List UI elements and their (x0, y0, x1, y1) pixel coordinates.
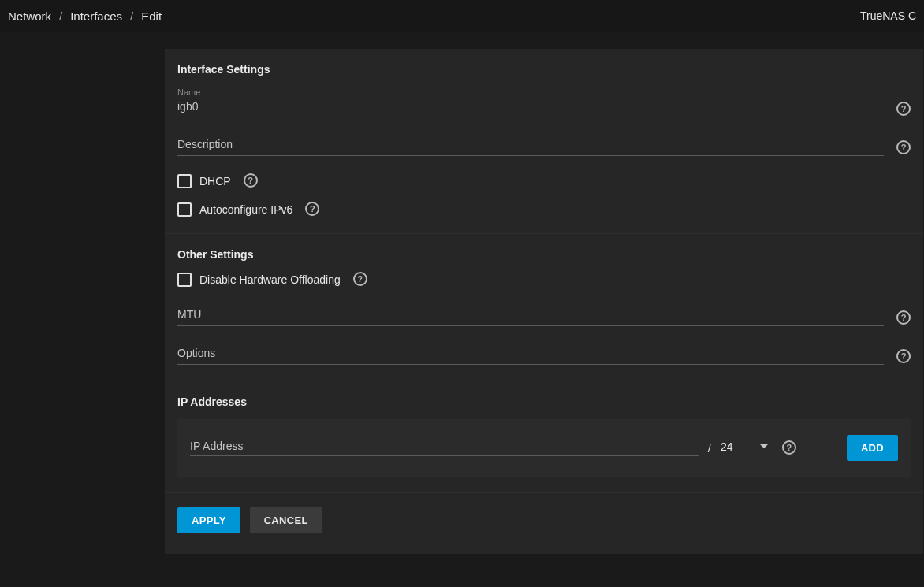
help-icon[interactable]: ? (896, 102, 911, 116)
section-heading: IP Addresses (177, 396, 911, 408)
dhcp-checkbox[interactable] (177, 174, 192, 188)
form-actions: APPLY CANCEL (165, 493, 923, 554)
autoconfigure-ipv6-checkbox[interactable] (177, 202, 192, 217)
mtu-field[interactable]: MTU (177, 305, 884, 326)
add-ip-button[interactable]: ADD (847, 435, 898, 461)
options-label: Options (177, 344, 884, 362)
help-icon[interactable]: ? (782, 440, 796, 455)
description-label: Description (177, 135, 884, 154)
options-field[interactable]: Options (177, 344, 884, 365)
breadcrumb-network[interactable]: Network (8, 9, 51, 23)
breadcrumb-separator: / (125, 9, 138, 23)
ip-address-placeholder: IP Address (190, 440, 243, 452)
help-icon[interactable]: ? (353, 272, 367, 286)
help-icon[interactable]: ? (896, 310, 911, 325)
description-field[interactable]: Description (177, 135, 884, 156)
breadcrumb-interfaces[interactable]: Interfaces (70, 9, 122, 23)
edit-interface-card: Interface Settings Name igb0 ? Descripti… (165, 49, 923, 554)
ip-prefix-select[interactable]: 24 (721, 440, 768, 456)
section-heading: Interface Settings (177, 63, 911, 76)
breadcrumb: Network / Interfaces / Edit (8, 9, 162, 23)
breadcrumb-separator: / (54, 9, 67, 23)
autoconfigure-ipv6-label: Autoconfigure IPv6 (199, 203, 292, 216)
help-icon[interactable]: ? (896, 140, 911, 154)
ip-address-field[interactable]: IP Address (190, 440, 699, 456)
help-icon[interactable]: ? (244, 173, 258, 188)
section-other-settings: Other Settings Disable Hardware Offloadi… (165, 234, 923, 381)
brand-label: TrueNAS C (860, 9, 916, 22)
disable-hw-offloading-checkbox[interactable] (177, 273, 192, 287)
name-label: Name (177, 87, 884, 98)
ip-prefix-value: 24 (721, 440, 733, 453)
name-value: igb0 (177, 98, 884, 115)
help-icon[interactable]: ? (305, 202, 319, 216)
section-ip-addresses: IP Addresses IP Address / 24 ? ADD (165, 381, 923, 493)
cancel-button[interactable]: CANCEL (250, 507, 322, 533)
apply-button[interactable]: APPLY (177, 507, 240, 533)
name-field: Name igb0 (177, 87, 884, 117)
ip-slash: / (708, 441, 711, 455)
breadcrumb-edit: Edit (141, 9, 162, 23)
mtu-label: MTU (177, 305, 884, 324)
dhcp-label: DHCP (199, 175, 231, 188)
section-heading: Other Settings (177, 248, 911, 261)
chevron-down-icon (760, 444, 768, 448)
section-interface-settings: Interface Settings Name igb0 ? Descripti… (165, 49, 923, 234)
help-icon[interactable]: ? (896, 349, 911, 363)
disable-hw-offloading-label: Disable Hardware Offloading (199, 273, 341, 286)
